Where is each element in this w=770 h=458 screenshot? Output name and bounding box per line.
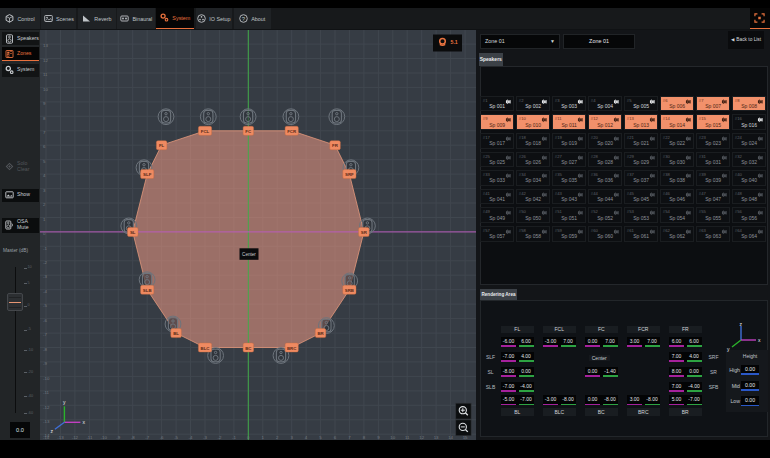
svg-text:Center: Center xyxy=(242,252,256,257)
svg-text:-7: -7 xyxy=(43,332,47,337)
svg-text:SLF: SLF xyxy=(143,172,152,177)
svg-text:7: 7 xyxy=(348,435,351,440)
svg-text:8: 8 xyxy=(363,435,366,440)
svg-text:1: 1 xyxy=(262,435,265,440)
svg-text:z: z xyxy=(740,323,743,327)
svg-text:13: 13 xyxy=(43,43,48,48)
svg-text:6: 6 xyxy=(334,435,337,440)
svg-text:-5: -5 xyxy=(174,435,178,440)
svg-text:SRF: SRF xyxy=(345,172,354,177)
svg-text:10: 10 xyxy=(390,435,395,440)
svg-text:y: y xyxy=(63,399,66,405)
svg-text:12: 12 xyxy=(419,435,424,440)
svg-text:-6: -6 xyxy=(160,435,164,440)
svg-text:-13: -13 xyxy=(43,419,50,424)
svg-text:SRB: SRB xyxy=(345,288,354,293)
svg-text:BR: BR xyxy=(317,331,324,336)
svg-text:BL: BL xyxy=(173,331,179,336)
svg-text:-7: -7 xyxy=(145,435,149,440)
svg-text:FR: FR xyxy=(332,143,339,148)
svg-text:-6: -6 xyxy=(43,318,47,323)
svg-text:-4: -4 xyxy=(189,435,193,440)
svg-text:z: z xyxy=(50,428,53,434)
svg-text:-11: -11 xyxy=(43,390,50,395)
svg-text:13: 13 xyxy=(434,435,439,440)
svg-text:BC: BC xyxy=(245,346,252,351)
svg-text:-12: -12 xyxy=(43,405,50,410)
svg-text:9: 9 xyxy=(377,435,380,440)
svg-text:10: 10 xyxy=(43,87,48,92)
svg-text:-3: -3 xyxy=(203,435,207,440)
svg-text:BRC: BRC xyxy=(287,346,297,351)
svg-text:-3: -3 xyxy=(43,274,47,279)
svg-text:FCR: FCR xyxy=(287,129,297,134)
svg-text:11: 11 xyxy=(43,72,48,77)
svg-text:SR: SR xyxy=(361,230,368,235)
svg-text:-12: -12 xyxy=(72,435,79,440)
svg-text:y: y xyxy=(727,345,730,351)
svg-text:SL: SL xyxy=(130,230,136,235)
svg-text:FC: FC xyxy=(245,129,252,134)
svg-text:-2: -2 xyxy=(43,260,47,265)
svg-text:-5: -5 xyxy=(43,303,47,308)
svg-text:-2: -2 xyxy=(217,435,221,440)
svg-text:-13: -13 xyxy=(57,435,64,440)
svg-text:4: 4 xyxy=(305,435,308,440)
svg-text:2: 2 xyxy=(276,435,279,440)
svg-text:?: ? xyxy=(242,16,246,22)
svg-text:5: 5 xyxy=(319,435,322,440)
svg-text:-10: -10 xyxy=(43,376,50,381)
svg-text:-8: -8 xyxy=(43,347,47,352)
svg-text:11: 11 xyxy=(405,435,410,440)
svg-text:FL: FL xyxy=(159,143,165,148)
svg-text:-1: -1 xyxy=(43,246,47,251)
svg-text:x: x xyxy=(758,337,761,343)
svg-text:-4: -4 xyxy=(43,289,47,294)
svg-text:-8: -8 xyxy=(131,435,135,440)
svg-text:-14: -14 xyxy=(43,433,50,438)
svg-text:3: 3 xyxy=(290,435,293,440)
svg-text:-9: -9 xyxy=(116,435,120,440)
svg-text:14: 14 xyxy=(448,435,453,440)
svg-text:-10: -10 xyxy=(101,435,108,440)
svg-text:5.1: 5.1 xyxy=(451,39,458,45)
svg-text:SLB: SLB xyxy=(143,288,152,293)
svg-text:FCL: FCL xyxy=(201,129,210,134)
svg-text:-11: -11 xyxy=(86,435,93,440)
svg-text:-1: -1 xyxy=(232,435,236,440)
svg-text:0: 0 xyxy=(247,435,250,440)
svg-text:-9: -9 xyxy=(43,361,47,366)
svg-text:12: 12 xyxy=(43,58,48,63)
svg-text:BLC: BLC xyxy=(200,346,210,351)
